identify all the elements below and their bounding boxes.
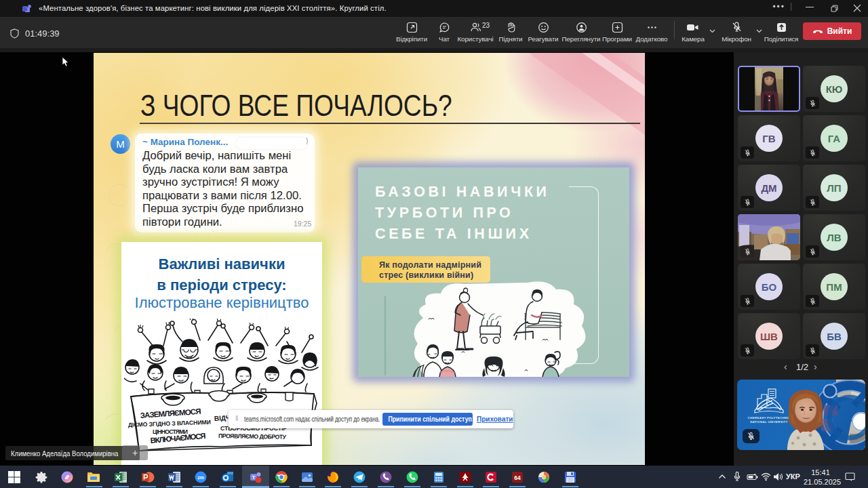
svg-text:T: T: [252, 474, 256, 481]
svg-text:ПРОЯВЛЯЄМО ДОБРОТУ: ПРОЯВЛЯЄМО ДОБРОТУ: [218, 432, 287, 441]
svg-text:zm: zm: [197, 475, 204, 480]
svg-text:64: 64: [514, 474, 521, 481]
svg-text:NATIONAL UNIVERSITY: NATIONAL UNIVERSITY: [750, 420, 788, 424]
svg-text:CHERKASY POLYTECHNIC: CHERKASY POLYTECHNIC: [748, 416, 791, 420]
